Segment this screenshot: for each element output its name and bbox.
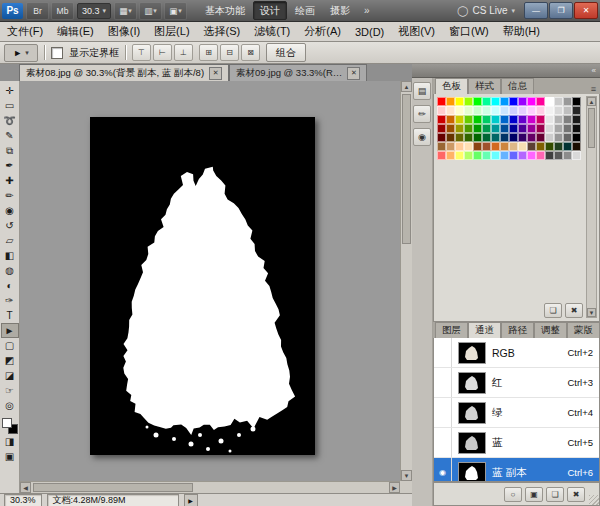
history-brush-tool[interactable]: ↺ [1,218,19,233]
status-zoom-field[interactable]: 30.3% [4,494,42,506]
channel-row[interactable]: ◉蓝 副本Ctrl+6 [434,458,599,482]
color-swatch[interactable] [464,133,473,142]
photoshop-logo[interactable]: Ps [2,3,23,19]
color-swatch[interactable] [455,106,464,115]
menu-item[interactable]: 选择(S) [197,22,248,41]
dodge-tool[interactable]: ◐ [1,278,19,293]
color-swatch[interactable] [527,106,536,115]
color-swatch[interactable] [536,106,545,115]
type-tool[interactable]: T [1,308,19,323]
pen-tool[interactable]: ✑ [1,293,19,308]
color-swatch[interactable] [455,97,464,106]
brush-tool[interactable]: ✏ [1,188,19,203]
color-swatch[interactable] [509,124,518,133]
color-swatch[interactable] [482,97,491,106]
menu-item[interactable]: 文件(F) [0,22,50,41]
color-swatch[interactable] [491,142,500,151]
color-swatch[interactable] [536,133,545,142]
color-swatch[interactable] [563,133,572,142]
toolbar-screen-mode-button[interactable]: ▣ [1,449,19,464]
marquee-tool[interactable]: ▭ [1,98,19,113]
color-swatch[interactable] [509,151,518,160]
workspace-button[interactable]: 摄影 [323,1,357,20]
workspace-button[interactable]: 基本功能 [198,1,252,20]
cs-live-button[interactable]: ◯ CS Live ▾ [451,5,521,16]
color-swatch[interactable] [491,124,500,133]
color-swatch[interactable] [554,115,563,124]
path-selection-tool[interactable]: ► [1,323,19,338]
channel-row[interactable]: 红Ctrl+3 [434,368,599,398]
new-swatch-button[interactable]: ❏ [544,303,562,318]
channel-row[interactable]: 绿Ctrl+4 [434,398,599,428]
minimize-button[interactable]: — [524,2,548,19]
move-tool[interactable]: ✛ [1,83,19,98]
color-swatch[interactable] [545,151,554,160]
color-swatch[interactable] [509,133,518,142]
zoom-tool[interactable]: ◎ [1,398,19,413]
channel-row[interactable]: 蓝Ctrl+5 [434,428,599,458]
color-swatch[interactable] [509,142,518,151]
screen-mode-button[interactable]: ▣▾ [164,2,187,20]
arrange-documents-button[interactable]: ▥▾ [139,2,162,20]
color-swatch[interactable] [491,106,500,115]
color-swatch[interactable] [500,151,509,160]
channel-thumbnail[interactable] [458,342,486,364]
swatches-scroll-thumb[interactable] [588,108,595,148]
distribute-right-icon[interactable]: ⊠ [241,44,260,61]
color-swatch[interactable] [446,133,455,142]
horizontal-scroll-thumb[interactable] [33,483,193,492]
clone-source-panel-icon[interactable]: ◉ [413,128,431,146]
color-swatch[interactable] [491,151,500,160]
color-swatch[interactable] [536,142,545,151]
color-swatch[interactable] [437,151,446,160]
color-swatch[interactable] [473,124,482,133]
color-swatch[interactable] [473,115,482,124]
color-swatch[interactable] [509,115,518,124]
vertical-scroll-thumb[interactable] [402,94,411,244]
color-swatch[interactable] [437,106,446,115]
channels-tab[interactable]: 蒙版 [567,322,600,338]
delete-swatch-button[interactable]: ✖ [565,303,583,318]
color-swatch[interactable] [446,97,455,106]
quick-mask-button[interactable]: ◨ [1,434,19,449]
visibility-toggle[interactable] [434,428,452,457]
swatches-scrollbar[interactable]: ▲ ▼ [586,96,597,318]
color-swatch[interactable] [527,133,536,142]
color-swatch[interactable] [536,124,545,133]
color-swatch[interactable] [572,115,581,124]
color-swatch[interactable] [446,115,455,124]
channels-tab[interactable]: 路径 [501,322,534,338]
maximize-button[interactable]: ❐ [549,2,573,19]
document-image[interactable] [90,117,315,455]
color-swatch[interactable] [482,133,491,142]
menu-item[interactable]: 视图(V) [391,22,442,41]
color-swatch[interactable] [455,133,464,142]
color-swatch[interactable] [563,124,572,133]
delete-channel-button[interactable]: ✖ [567,487,585,502]
channel-thumbnail[interactable] [458,372,486,394]
color-swatch[interactable] [473,106,482,115]
color-swatch[interactable] [500,142,509,151]
gradient-tool[interactable]: ◧ [1,248,19,263]
vertical-scrollbar[interactable]: ▲ ▼ [400,81,412,481]
color-swatch[interactable] [500,97,509,106]
align-center-icon[interactable]: ⊢ [153,44,172,61]
healing-brush-tool[interactable]: ✚ [1,173,19,188]
color-swatch[interactable] [572,106,581,115]
menu-item[interactable]: 滤镜(T) [247,22,297,41]
color-swatch[interactable] [572,142,581,151]
scroll-left-icon[interactable]: ◀ [20,482,31,493]
menu-item[interactable]: 3D(D) [348,22,391,41]
clone-stamp-tool[interactable]: ◉ [1,203,19,218]
crop-tool[interactable]: ⧉ [1,143,19,158]
align-top-icon[interactable]: ⊤ [132,44,151,61]
distribute-center-icon[interactable]: ⊟ [220,44,239,61]
zoom-level-control[interactable]: 30.3 ▾ [77,3,111,19]
color-swatch[interactable] [437,97,446,106]
swatches-tab[interactable]: 样式 [468,78,501,94]
color-swatch[interactable] [527,97,536,106]
color-swatch[interactable] [554,97,563,106]
horizontal-scrollbar[interactable]: ◀ ▶ [20,481,400,493]
color-swatch[interactable] [482,106,491,115]
color-swatch[interactable] [455,124,464,133]
